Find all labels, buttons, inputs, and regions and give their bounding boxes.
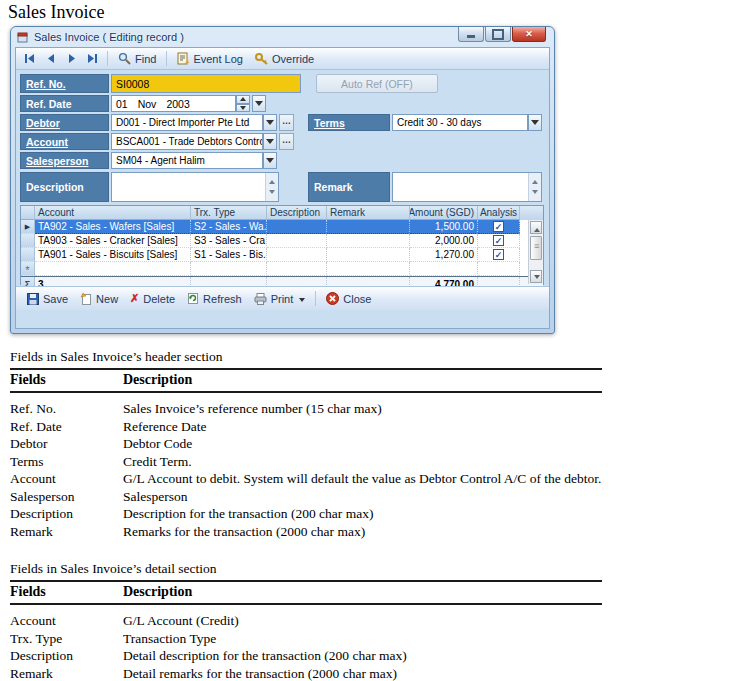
remark-scrollbar[interactable] xyxy=(528,173,541,201)
table-row[interactable]: TA903 - Sales - Cracker [Sales] S3 - Sal… xyxy=(21,234,543,248)
spin-up-icon[interactable] xyxy=(236,95,250,104)
doc-field: Ref. Date xyxy=(10,419,123,437)
cell-description[interactable] xyxy=(267,248,327,262)
event-log-button[interactable]: Event Log xyxy=(172,51,248,66)
spin-down-icon[interactable] xyxy=(236,104,250,113)
scroll-up-icon[interactable] xyxy=(530,221,542,234)
description-label: Description xyxy=(20,172,109,202)
cell-analysis[interactable] xyxy=(478,220,520,234)
next-record-button[interactable] xyxy=(62,50,81,68)
cell-remark[interactable] xyxy=(327,220,410,234)
cell-analysis[interactable] xyxy=(478,234,520,248)
row-selector[interactable] xyxy=(21,248,35,262)
doc-field: Trx. Type xyxy=(10,631,123,649)
doc-table-row: Remark Detail remarks for the transactio… xyxy=(10,666,602,681)
window-title: Sales Invoice ( Editing record ) xyxy=(34,31,184,43)
doc-desc: Detail remarks for the transaction (2000… xyxy=(123,666,602,681)
cell-trx-type[interactable]: S3 - Sales - Cra.. xyxy=(191,234,267,248)
debtor-dropdown-button[interactable] xyxy=(263,114,277,131)
account-field[interactable]: BSCA001 - Trade Debtors Control - For xyxy=(111,133,263,150)
cell-amount[interactable]: 1,500.00 xyxy=(410,220,478,234)
new-button[interactable]: New xyxy=(75,290,123,307)
refresh-label: Refresh xyxy=(203,293,242,305)
header-section-title: Fields in Sales Invoice’s header section xyxy=(10,349,602,365)
grid-new-row[interactable] xyxy=(21,262,543,276)
detail-section-title: Fields in Sales Invoice’s detail section xyxy=(10,561,602,577)
column-header-trx-type[interactable]: Trx. Type xyxy=(191,206,267,220)
date-day[interactable]: 01 xyxy=(116,98,128,110)
cell-amount[interactable]: 1,270.00 xyxy=(410,248,478,262)
minimize-button[interactable] xyxy=(458,27,484,42)
salesperson-field[interactable]: SM04 - Agent Halim xyxy=(111,152,263,169)
cell-description[interactable] xyxy=(267,234,327,248)
column-header-description[interactable]: Description xyxy=(267,206,327,220)
salesperson-dropdown-button[interactable] xyxy=(263,152,277,169)
column-header-analysis[interactable]: Analysis xyxy=(478,206,520,220)
print-dropdown-icon[interactable] xyxy=(299,293,305,305)
table-row[interactable]: TA902 - Sales - Wafers [Sales] S2 - Sale… xyxy=(21,220,543,234)
analysis-checkbox[interactable] xyxy=(493,235,504,246)
account-dropdown-button[interactable] xyxy=(263,133,277,150)
last-record-button[interactable] xyxy=(83,50,102,68)
debtor-field[interactable]: D001 - Direct Importer Pte Ltd xyxy=(111,114,263,131)
refresh-icon xyxy=(187,292,199,305)
scroll-down-icon[interactable] xyxy=(530,270,542,283)
cell-amount[interactable]: 2,000.00 xyxy=(410,234,478,248)
date-dropdown-button[interactable] xyxy=(252,95,266,112)
doc-field: Terms xyxy=(10,454,123,472)
date-year[interactable]: 2003 xyxy=(166,98,189,110)
cell-analysis[interactable] xyxy=(478,248,520,262)
maximize-button[interactable] xyxy=(485,27,511,42)
close-button[interactable]: Close xyxy=(321,290,376,307)
scrollbar-thumb[interactable] xyxy=(530,236,542,260)
cell-account[interactable]: TA902 - Sales - Wafers [Sales] xyxy=(35,220,191,234)
analysis-checkbox[interactable] xyxy=(493,249,504,260)
cell-account[interactable]: TA903 - Sales - Cracker [Sales] xyxy=(35,234,191,248)
terms-field[interactable]: Credit 30 - 30 days xyxy=(392,114,528,131)
description-textarea[interactable] xyxy=(111,172,279,202)
doc-field: Account xyxy=(10,613,123,631)
grid-vertical-scrollbar[interactable] xyxy=(528,220,543,284)
terms-dropdown-button[interactable] xyxy=(528,114,542,131)
close-window-button[interactable] xyxy=(512,27,546,42)
find-button[interactable]: Find xyxy=(113,51,161,66)
column-header-account[interactable]: Account xyxy=(35,206,191,220)
doc-desc: G/L Account (Credit) xyxy=(123,613,602,631)
row-selector[interactable] xyxy=(21,234,35,248)
terms-label: Terms xyxy=(308,114,390,131)
page-title: Sales Invoice xyxy=(8,2,104,23)
print-button[interactable]: Print xyxy=(249,291,311,307)
debtor-browse-button[interactable] xyxy=(279,114,294,131)
grid-header-row: Account Trx. Type Description Remark Amo… xyxy=(21,206,543,220)
analysis-checkbox[interactable] xyxy=(493,221,504,232)
cell-description[interactable] xyxy=(267,220,327,234)
cell-account[interactable]: TA901 - Sales - Biscuits [Sales] xyxy=(35,248,191,262)
delete-button[interactable]: ✗ Delete xyxy=(125,290,180,307)
ref-no-field[interactable]: SI0008 xyxy=(111,74,301,93)
account-browse-button[interactable] xyxy=(279,133,294,150)
row-selector[interactable] xyxy=(21,220,35,234)
window-titlebar[interactable]: Sales Invoice ( Editing record ) xyxy=(11,27,554,47)
doc-field: Salesperson xyxy=(10,489,123,507)
cell-remark[interactable] xyxy=(327,248,410,262)
refresh-button[interactable]: Refresh xyxy=(182,290,247,307)
remark-textarea[interactable] xyxy=(392,172,542,202)
ref-date-field[interactable]: 01 Nov 2003 xyxy=(111,95,236,112)
column-header-amount[interactable]: Amount (SGD) xyxy=(410,206,478,220)
date-month[interactable]: Nov xyxy=(138,98,157,110)
auto-ref-button[interactable]: Auto Ref (OFF) xyxy=(316,74,438,93)
date-spinner[interactable] xyxy=(236,95,250,112)
save-button[interactable]: Save xyxy=(22,291,73,307)
override-button[interactable]: Override xyxy=(250,52,319,66)
cell-trx-type[interactable]: S1 - Sales - Bis.. xyxy=(191,248,267,262)
table-row[interactable]: TA901 - Sales - Biscuits [Sales] S1 - Sa… xyxy=(21,248,543,262)
column-header-remark[interactable]: Remark xyxy=(327,206,410,220)
delete-x-icon: ✗ xyxy=(130,292,139,305)
save-icon xyxy=(27,293,39,305)
salesperson-label: Salesperson xyxy=(20,152,109,169)
first-record-button[interactable] xyxy=(20,50,39,68)
cell-remark[interactable] xyxy=(327,234,410,248)
previous-record-button[interactable] xyxy=(41,50,60,68)
description-scrollbar[interactable] xyxy=(265,173,278,201)
cell-trx-type[interactable]: S2 - Sales - Wa.. xyxy=(191,220,267,234)
